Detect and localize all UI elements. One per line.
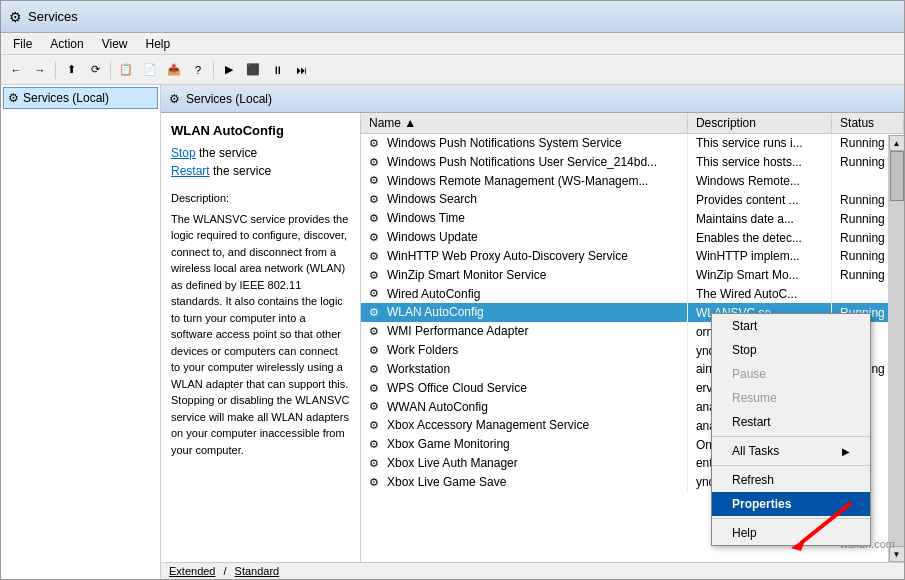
help-button[interactable]: ? [187, 59, 209, 81]
table-row[interactable]: ⚙Windows Push Notifications User Service… [361, 153, 904, 172]
service-name-cell: ⚙Windows Time [361, 209, 687, 228]
scroll-track[interactable] [889, 151, 904, 546]
service-desc-cell: WinZip Smart Mo... [687, 266, 831, 285]
service-name-cell: ⚙Windows Push Notifications System Servi… [361, 134, 687, 153]
content-header-title: Services (Local) [186, 92, 272, 106]
service-name-cell: ⚙Wired AutoConfig [361, 285, 687, 304]
properties-button[interactable]: 📤 [163, 59, 185, 81]
show-hide-button[interactable]: 📄 [139, 59, 161, 81]
service-row-icon: ⚙ [369, 476, 383, 490]
split-pane: WLAN AutoConfig Stop the service Restart… [161, 113, 904, 562]
service-name-cell: ⚙Windows Remote Management (WS-Managem..… [361, 172, 687, 191]
content-header-icon: ⚙ [169, 92, 180, 106]
service-row-icon: ⚙ [369, 137, 383, 151]
menu-file[interactable]: File [5, 35, 40, 53]
up-button[interactable]: ⬆ [60, 59, 82, 81]
toolbar: ← → ⬆ ⟳ 📋 📄 📤 ? ▶ ⬛ ⏸ ⏭ [1, 55, 904, 85]
service-name-cell: ⚙Xbox Live Game Save [361, 473, 687, 492]
service-row-icon: ⚙ [369, 212, 383, 226]
service-row-icon: ⚙ [369, 231, 383, 245]
right-panel: Name ▲ Description Status ⚙Windows Push … [361, 113, 904, 562]
table-row[interactable]: ⚙WinZip Smart Monitor ServiceWinZip Smar… [361, 266, 904, 285]
scroll-thumb[interactable] [890, 151, 904, 201]
col-description[interactable]: Description [687, 113, 831, 134]
restart-service-line: Restart the service [171, 164, 350, 178]
main-window: ⚙ Services File Action View Help ← → ⬆ ⟳… [0, 0, 905, 580]
stop-text: the service [199, 146, 257, 160]
description-text: The WLANSVC service provides the logic r… [171, 211, 350, 459]
service-name-cell: ⚙WWAN AutoConfig [361, 398, 687, 417]
service-name-cell: ⚙WMI Performance Adapter [361, 322, 687, 341]
service-name-cell: ⚙Xbox Accessory Management Service [361, 416, 687, 435]
service-row-icon: ⚙ [369, 306, 383, 320]
service-name-cell: ⚙WPS Office Cloud Service [361, 379, 687, 398]
service-desc-cell: WinHTTP implem... [687, 247, 831, 266]
context-menu-item[interactable]: All Tasks▶ [712, 439, 870, 463]
export-list-button[interactable]: 📋 [115, 59, 137, 81]
service-desc-cell: Maintains date a... [687, 209, 831, 228]
menu-bar: File Action View Help [1, 33, 904, 55]
context-menu-item[interactable]: Restart [712, 410, 870, 434]
service-row-icon: ⚙ [369, 382, 383, 396]
vertical-scrollbar[interactable]: ▲ ▼ [888, 135, 904, 562]
svg-marker-1 [791, 538, 806, 551]
stop-service-line: Stop the service [171, 146, 350, 160]
service-row-icon: ⚙ [369, 250, 383, 264]
back-button[interactable]: ← [5, 59, 27, 81]
restart-button[interactable]: ⏭ [290, 59, 312, 81]
window-title: Services [28, 9, 78, 24]
context-menu-separator [712, 436, 870, 437]
service-name-cell: ⚙Xbox Live Auth Manager [361, 454, 687, 473]
play-button[interactable]: ▶ [218, 59, 240, 81]
service-name-cell: ⚙WinHTTP Web Proxy Auto-Discovery Servic… [361, 247, 687, 266]
services-icon: ⚙ [8, 91, 19, 105]
context-menu-item: Pause [712, 362, 870, 386]
main-content: ⚙ Services (Local) ⚙ Services (Local) WL… [1, 85, 904, 579]
service-row-icon: ⚙ [369, 419, 383, 433]
nav-services-local[interactable]: ⚙ Services (Local) [3, 87, 158, 109]
col-name[interactable]: Name ▲ [361, 113, 687, 134]
table-row[interactable]: ⚙Windows UpdateEnables the detec...Runni… [361, 228, 904, 247]
table-row[interactable]: ⚙Windows Push Notifications System Servi… [361, 134, 904, 153]
nav-tree: ⚙ Services (Local) [1, 85, 161, 579]
service-row-icon: ⚙ [369, 269, 383, 283]
service-desc-cell: This service hosts... [687, 153, 831, 172]
context-menu-item[interactable]: Refresh [712, 468, 870, 492]
service-row-icon: ⚙ [369, 344, 383, 358]
context-menu-item[interactable]: Start [712, 314, 870, 338]
restart-link[interactable]: Restart [171, 164, 210, 178]
service-name-cell: ⚙Windows Push Notifications User Service… [361, 153, 687, 172]
service-name-cell: ⚙Workstation [361, 360, 687, 379]
red-arrow [781, 493, 861, 553]
tab-standard[interactable]: Standard [235, 565, 280, 577]
context-menu-item[interactable]: Stop [712, 338, 870, 362]
service-row-icon: ⚙ [369, 363, 383, 377]
content-area: ⚙ Services (Local) WLAN AutoConfig Stop … [161, 85, 904, 579]
service-desc-cell: Provides content ... [687, 190, 831, 209]
service-desc-cell: Enables the detec... [687, 228, 831, 247]
table-row[interactable]: ⚙Windows Remote Management (WS-Managem..… [361, 172, 904, 191]
tab-extended[interactable]: Extended [169, 565, 215, 577]
forward-button[interactable]: → [29, 59, 51, 81]
scroll-up-arrow[interactable]: ▲ [889, 135, 905, 151]
table-row[interactable]: ⚙Windows TimeMaintains date a...Running [361, 209, 904, 228]
table-row[interactable]: ⚙WinHTTP Web Proxy Auto-Discovery Servic… [361, 247, 904, 266]
service-name-cell: ⚙WLAN AutoConfig [361, 303, 687, 322]
stop-link[interactable]: Stop [171, 146, 196, 160]
service-desc-cell: The Wired AutoC... [687, 285, 831, 304]
left-panel: WLAN AutoConfig Stop the service Restart… [161, 113, 361, 562]
stop-button[interactable]: ⬛ [242, 59, 264, 81]
menu-view[interactable]: View [94, 35, 136, 53]
toolbar-sep-2 [110, 61, 111, 79]
refresh-button[interactable]: ⟳ [84, 59, 106, 81]
service-row-icon: ⚙ [369, 193, 383, 207]
col-status[interactable]: Status [832, 113, 904, 134]
description-section: Description: The WLANSVC service provide… [171, 190, 350, 458]
table-header-row: Name ▲ Description Status [361, 113, 904, 134]
menu-action[interactable]: Action [42, 35, 91, 53]
service-desc-cell: This service runs i... [687, 134, 831, 153]
table-row[interactable]: ⚙Windows SearchProvides content ...Runni… [361, 190, 904, 209]
table-row[interactable]: ⚙Wired AutoConfigThe Wired AutoC... [361, 285, 904, 304]
pause-button[interactable]: ⏸ [266, 59, 288, 81]
menu-help[interactable]: Help [138, 35, 179, 53]
